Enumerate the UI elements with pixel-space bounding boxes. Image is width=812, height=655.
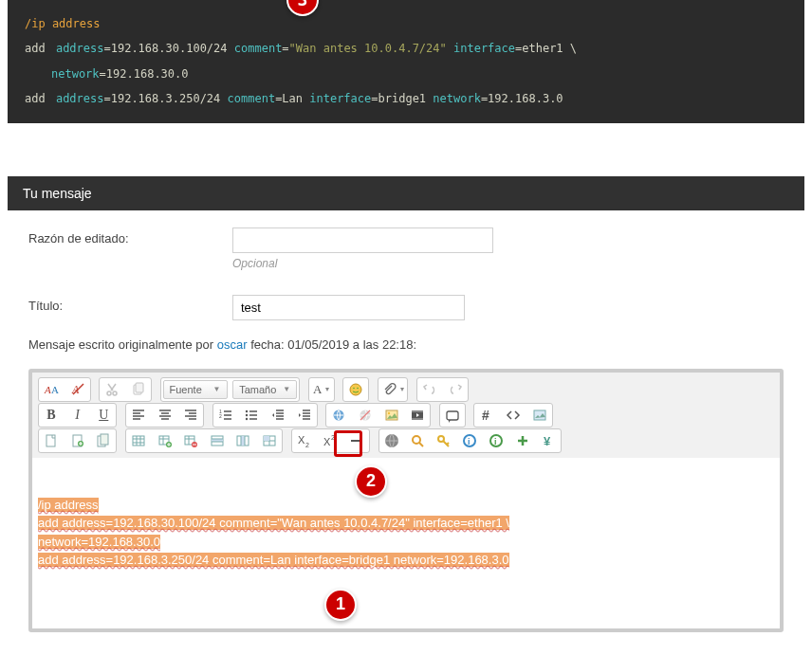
rich-text-editor: AA A Fuen	[28, 369, 784, 632]
align-center-icon[interactable]	[154, 405, 176, 426]
image-icon[interactable]	[380, 405, 403, 426]
title-label: Título:	[28, 295, 232, 313]
svg-point-5	[113, 391, 117, 395]
svg-rect-32	[133, 436, 144, 446]
page-add-icon[interactable]	[66, 430, 89, 451]
svg-text:A: A	[44, 384, 51, 395]
svg-line-50	[419, 443, 423, 446]
table-row-icon[interactable]	[206, 430, 229, 451]
subscript-icon[interactable]: X2	[293, 430, 316, 451]
svg-rect-23	[412, 418, 423, 420]
svg-point-49	[413, 436, 420, 444]
table-add-icon[interactable]	[154, 430, 176, 451]
image2-icon[interactable]	[528, 405, 551, 426]
svg-text:#: #	[482, 408, 489, 423]
search-icon[interactable]	[406, 430, 429, 451]
quote-icon[interactable]	[441, 405, 464, 426]
svg-point-9	[354, 387, 356, 389]
cut-icon[interactable]	[101, 379, 123, 400]
undo-icon[interactable]	[418, 379, 441, 400]
bold-button[interactable]: B	[40, 405, 63, 426]
svg-point-4	[107, 391, 111, 395]
svg-text:X: X	[298, 434, 305, 446]
table-col-icon[interactable]	[231, 430, 254, 451]
align-left-icon[interactable]	[127, 405, 150, 426]
svg-point-10	[358, 387, 360, 389]
reason-label: Razón de editado:	[28, 227, 232, 246]
video-icon[interactable]	[406, 405, 429, 426]
page-copy-icon[interactable]	[92, 430, 115, 451]
table-icon[interactable]	[127, 430, 150, 451]
svg-text:i: i	[494, 437, 497, 446]
code-icon[interactable]	[502, 405, 525, 426]
table-merge-icon[interactable]	[258, 430, 281, 451]
unordered-list-icon[interactable]	[240, 405, 263, 426]
info-green-icon[interactable]: i	[485, 430, 508, 451]
step-badge-1: 1	[324, 589, 357, 621]
align-right-icon[interactable]	[179, 405, 202, 426]
attachment-icon[interactable]: ▾	[379, 379, 406, 400]
redo-icon[interactable]	[444, 379, 467, 400]
italic-button[interactable]: I	[66, 405, 89, 426]
unlink-icon[interactable]	[354, 405, 377, 426]
svg-rect-7	[136, 383, 143, 392]
remove-format-icon[interactable]: A	[66, 379, 89, 400]
font-color-dropdown[interactable]: A▾	[310, 379, 333, 400]
page-new-icon[interactable]	[40, 430, 63, 451]
section-header: Tu mensaje	[8, 176, 804, 210]
svg-rect-40	[241, 436, 245, 446]
svg-point-8	[350, 384, 361, 395]
svg-rect-27	[46, 435, 55, 446]
key-icon[interactable]	[433, 430, 455, 451]
superscript-icon[interactable]: X2	[319, 430, 341, 451]
code-text: /ip address	[25, 17, 100, 30]
outdent-icon[interactable]	[267, 405, 289, 426]
font-size-select[interactable]: Tamaño▼	[232, 380, 297, 399]
svg-rect-31	[101, 434, 108, 445]
globe-grey-icon[interactable]	[380, 430, 403, 451]
svg-text:2: 2	[331, 434, 335, 441]
original-message-meta: Mensaje escrito originalmente por oscar …	[28, 337, 784, 365]
title-input[interactable]	[232, 295, 465, 320]
editor-toolbar: AA A Fuen	[32, 373, 780, 458]
info-blue-icon[interactable]: i	[458, 430, 481, 451]
author-link[interactable]: oscar	[217, 337, 248, 352]
plus-green-icon[interactable]	[511, 430, 534, 451]
yen-icon[interactable]: ¥	[537, 430, 560, 451]
text-color-icon[interactable]: AA	[40, 379, 63, 400]
copy-icon[interactable]	[127, 379, 150, 400]
svg-text:¥: ¥	[544, 434, 551, 448]
svg-text:A: A	[51, 384, 59, 395]
svg-point-13	[246, 409, 248, 411]
svg-rect-22	[412, 410, 423, 412]
ordered-list-icon[interactable]: 12	[214, 405, 237, 426]
form-section: Tu mensaje Razón de editado: Opcional Tí…	[8, 176, 804, 649]
svg-point-14	[246, 413, 248, 415]
hr-icon[interactable]	[345, 430, 368, 451]
selected-code-text: /ip address add address=192.168.30.100/2…	[38, 498, 509, 568]
svg-text:i: i	[468, 437, 471, 446]
table-delete-icon[interactable]	[179, 430, 202, 451]
hash-icon[interactable]: #	[475, 405, 498, 426]
editor-content[interactable]: /ip address add address=192.168.30.100/2…	[32, 458, 780, 628]
svg-point-15	[246, 417, 248, 419]
link-icon[interactable]	[327, 405, 350, 426]
reason-hint: Opcional	[232, 257, 493, 270]
svg-rect-42	[264, 436, 269, 441]
indent-icon[interactable]	[293, 405, 316, 426]
smiley-icon[interactable]	[344, 379, 367, 400]
svg-text:X: X	[323, 436, 331, 447]
reason-input[interactable]	[232, 227, 493, 253]
font-family-select[interactable]: Fuente▼	[163, 380, 228, 399]
step-badge-2: 2	[355, 465, 387, 498]
svg-text:2: 2	[305, 442, 309, 448]
svg-rect-24	[447, 411, 458, 420]
code-block: 3 /ip address add address=192.168.30.100…	[8, 0, 804, 123]
underline-button[interactable]: U	[92, 405, 115, 426]
svg-point-20	[387, 411, 389, 413]
svg-text:2: 2	[219, 413, 222, 419]
